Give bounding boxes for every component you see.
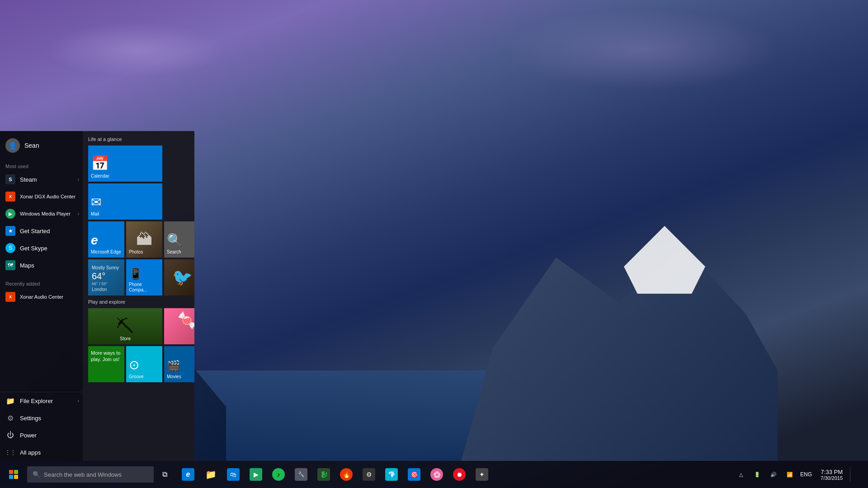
app6-taskbar-icon: 🔧 — [295, 468, 307, 481]
app-item-all-apps[interactable]: ⋮⋮ All apps — [0, 444, 83, 461]
tray-sound[interactable]: 🔊 — [766, 467, 781, 482]
taskbar-app-spotify[interactable]: ♪ — [268, 461, 289, 488]
app-item-file-explorer[interactable]: 📁 File Explorer › — [0, 392, 83, 409]
taskbar-search[interactable]: 🔍 Search the web and Windows — [27, 466, 154, 483]
tile-more-ways[interactable]: More ways to play. Join us! — [88, 346, 124, 382]
app-label-steam: Steam — [20, 176, 37, 183]
app-label-power: Power — [20, 432, 37, 439]
app-item-xonar-audio[interactable]: X Xonar Audio Center — [0, 288, 83, 305]
app-label-settings: Settings — [20, 415, 41, 422]
app12-taskbar-icon: 🌸 — [430, 468, 443, 481]
tile-photos[interactable]: Photos — [126, 221, 162, 258]
system-clock[interactable]: 7:33 PM 7/30/2015 — [815, 469, 848, 481]
taskbar-app-8[interactable]: 🔥 — [335, 461, 357, 488]
mail-label: Mail — [91, 211, 99, 217]
taskbar-app-9[interactable]: ⚙ — [358, 461, 380, 488]
start-menu-left-panel: 👤 Sean Most used S Steam › X Xonar DGX A… — [0, 131, 83, 461]
tray-language[interactable]: ENG — [799, 467, 813, 482]
mail-icon: ✉ — [91, 195, 101, 210]
tray-battery[interactable]: 🔋 — [750, 467, 764, 482]
tile-weather[interactable]: Mostly Sunny 64° 66° / 55° London — [88, 259, 124, 296]
avatar: 👤 — [5, 138, 20, 153]
weather-temp: 64° — [92, 271, 105, 282]
tray-notifications[interactable]: △ — [734, 467, 748, 482]
tile-store[interactable]: ⛏ Store — [88, 308, 162, 344]
wmp-chevron-icon: › — [78, 211, 79, 216]
search-icon: 🔍 — [33, 471, 40, 478]
taskbar-app-edge[interactable]: e — [177, 461, 199, 488]
more-ways-label: More ways to play. Join us! — [91, 350, 122, 363]
weather-range: 66° / 55° — [92, 282, 108, 286]
get-started-icon: ★ — [5, 226, 15, 236]
search-label: Search — [167, 249, 181, 255]
search-placeholder: Search the web and Windows — [44, 471, 122, 478]
xonar-dgx-icon: X — [5, 192, 15, 202]
left-panel-bottom: 📁 File Explorer › ⚙ Settings ⏻ Power ⋮⋮ … — [0, 392, 83, 461]
task-view-button[interactable]: ⧉ — [154, 461, 175, 488]
settings-icon: ⚙ — [5, 413, 15, 423]
taskbar-app-media[interactable]: ▶ — [245, 461, 267, 488]
taskbar-app-13[interactable]: ⏺ — [448, 461, 470, 488]
app-item-steam[interactable]: S Steam › — [0, 171, 83, 188]
taskbar-app-14[interactable]: ✦ — [471, 461, 493, 488]
tile-movies[interactable]: 🎬 Movies — [164, 346, 194, 382]
app-item-get-skype[interactable]: S Get Skype — [0, 239, 83, 257]
file-explorer-taskbar-icon: 📁 — [204, 468, 217, 481]
start-menu: 👤 Sean Most used S Steam › X Xonar DGX A… — [0, 131, 194, 461]
start-button[interactable] — [0, 461, 27, 488]
calendar-icon: 📅 — [91, 155, 109, 172]
app-item-maps[interactable]: 🗺 Maps — [0, 257, 83, 274]
app-label-xonar-audio: Xonar Audio Center — [20, 294, 63, 300]
media-taskbar-icon: ▶ — [250, 468, 262, 481]
tile-groove[interactable]: ⊙ Groove — [126, 346, 162, 382]
taskbar-app-6[interactable]: 🔧 — [290, 461, 312, 488]
app-label-file-explorer: File Explorer — [20, 398, 53, 404]
steam-icon: S — [5, 174, 15, 184]
tile-search[interactable]: 🔍 Search — [164, 221, 194, 258]
edge-label: Microsoft Edge — [91, 249, 121, 255]
user-section[interactable]: 👤 Sean — [0, 131, 83, 160]
tray-network[interactable]: 📶 — [783, 467, 797, 482]
app8-taskbar-icon: 🔥 — [340, 468, 353, 481]
user-name: Sean — [24, 142, 39, 149]
taskbar-app-10[interactable]: 💎 — [381, 461, 402, 488]
spotify-taskbar-icon: ♪ — [272, 468, 285, 481]
calendar-label: Calendar — [91, 174, 109, 179]
app-item-get-started[interactable]: ★ Get Started — [0, 222, 83, 239]
tile-edge[interactable]: e Microsoft Edge — [88, 221, 124, 258]
app11-taskbar-icon: 🎯 — [408, 468, 420, 481]
skype-icon: S — [5, 243, 15, 253]
search-tile-icon: 🔍 — [167, 233, 183, 248]
app-item-wmp[interactable]: ▶ Windows Media Player › — [0, 205, 83, 222]
twitter-icon: 🐦 — [164, 259, 194, 296]
svg-rect-2 — [9, 475, 13, 479]
app10-taskbar-icon: 💎 — [385, 468, 398, 481]
app-item-power[interactable]: ⏻ Power — [0, 427, 83, 444]
show-desktop-button[interactable] — [850, 467, 864, 482]
tile-phone-companion[interactable]: 📱 Phone Compa... — [126, 259, 162, 296]
taskbar-app-file-explorer[interactable]: 📁 — [200, 461, 222, 488]
clock-date: 7/30/2015 — [821, 475, 843, 481]
tile-candy[interactable]: 🍬 — [164, 308, 194, 344]
app-item-settings[interactable]: ⚙ Settings — [0, 409, 83, 427]
tile-mail[interactable]: ✉ Mail — [88, 183, 162, 220]
power-icon: ⏻ — [5, 430, 15, 440]
app-label-get-skype: Get Skype — [20, 245, 47, 252]
recently-added-label: Recently added — [0, 277, 83, 288]
taskbar: 🔍 Search the web and Windows ⧉ e 📁 🛍 ▶ ♪… — [0, 461, 868, 488]
start-menu-tiles-panel: Life at a glance 📅 Calendar ✉ Mail e Mic… — [83, 131, 194, 461]
clock-time: 7:33 PM — [821, 469, 843, 475]
taskbar-app-store[interactable]: 🛍 — [222, 461, 244, 488]
taskbar-app-12[interactable]: 🌸 — [426, 461, 448, 488]
windows-logo-icon — [9, 470, 18, 479]
svg-rect-1 — [14, 470, 18, 474]
tile-twitter[interactable]: 🐦 — [164, 259, 194, 296]
taskbar-app-7[interactable]: 🐉 — [313, 461, 335, 488]
taskbar-app-11[interactable]: 🎯 — [403, 461, 425, 488]
xonar-audio-icon: X — [5, 292, 15, 302]
app-item-xonar-dgx[interactable]: X Xonar DGX Audio Center — [0, 188, 83, 205]
edge-icon: e — [91, 233, 98, 248]
tile-calendar[interactable]: 📅 Calendar — [88, 145, 162, 182]
app13-taskbar-icon: ⏺ — [453, 468, 466, 481]
edge-taskbar-icon: e — [182, 468, 194, 481]
